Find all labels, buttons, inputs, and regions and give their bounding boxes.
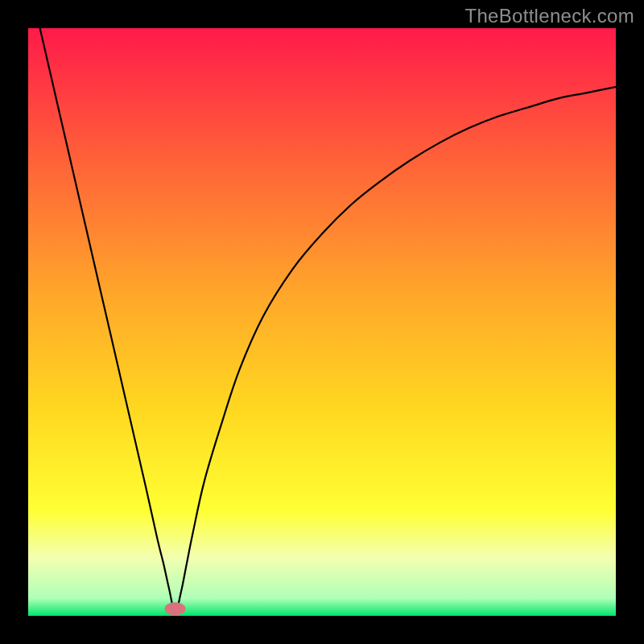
gradient-background xyxy=(28,28,616,616)
optimal-point-marker xyxy=(165,602,186,615)
chart-container: TheBottleneck.com xyxy=(0,0,644,644)
bottleneck-chart xyxy=(28,28,616,616)
attribution-text: TheBottleneck.com xyxy=(464,5,634,27)
